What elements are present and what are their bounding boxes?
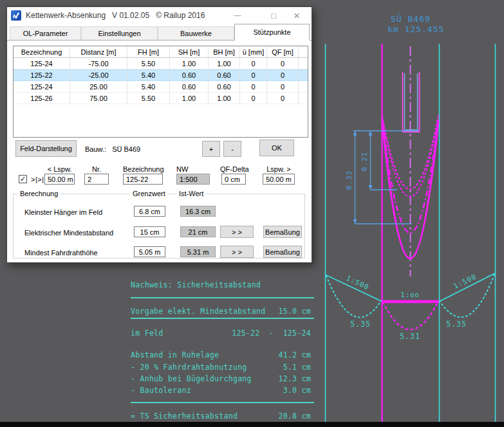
add-button[interactable]: +: [202, 141, 220, 157]
report-item-label: - Bautoleranz: [131, 386, 191, 395]
table-row[interactable]: 125-26 75.00 5.50 1.00 1.00 0 0: [14, 93, 308, 104]
app-icon: [11, 10, 21, 21]
cell: -25.00: [70, 70, 127, 80]
lspw-right-label: Lspw. >: [263, 165, 295, 173]
tab-ol-parameter[interactable]: OL-Parameter: [10, 26, 81, 40]
col-header[interactable]: SH [m]: [170, 46, 209, 57]
span-link-checkbox[interactable]: ✓: [19, 175, 27, 183]
dim-arrows-bottom: [353, 185, 373, 224]
structure-post-outer: [403, 72, 420, 132]
lspw-right-field[interactable]: 50.00 m: [263, 174, 295, 185]
cell: 0.60: [170, 81, 209, 92]
bauwerk-label: Bauw.: SÜ B469: [85, 145, 140, 153]
dim-label-021: 0.21: [360, 152, 369, 172]
slope-label-left: 1:500: [344, 274, 370, 292]
bemassung-button[interactable]: Bemaßung: [263, 226, 302, 238]
table-header-row: Bezeichnung Distanz [m] FH [m] SH [m] BH…: [14, 46, 308, 58]
grenzwert-field[interactable]: 5.05 m: [134, 246, 165, 257]
col-header[interactable]: ü [mm]: [240, 46, 267, 57]
cell: 0: [267, 70, 299, 80]
cell-filler: [299, 58, 308, 69]
cell: 0.60: [209, 70, 240, 80]
cell: 5.50: [127, 58, 170, 69]
report-item-label: - Anhub bei Bügeldurchgang: [131, 374, 252, 383]
bemassung-button[interactable]: Bemaßung: [263, 246, 302, 258]
report-rule-2: [131, 318, 314, 319]
report-title: Nachweis: Sicherheitsabstand: [131, 280, 261, 289]
col-header[interactable]: FH [m]: [127, 46, 170, 57]
qf-delta-field[interactable]: 0 cm: [221, 174, 246, 185]
desktop: 0.21 0.33 1:500 1:500 1:oo 5.35 5.35 5.3…: [0, 0, 504, 427]
bezeichnung-field[interactable]: 125-22: [123, 174, 163, 185]
grenzwert-field[interactable]: 15 cm: [134, 226, 165, 237]
report-panel: Nachweis: Sicherheitsabstand Vorgabe ele…: [131, 277, 314, 426]
report-item-value: 12.3 cm: [278, 374, 314, 383]
tab-stuetzpunkte[interactable]: Stützpunkte: [234, 24, 310, 41]
cell: 1.00: [170, 58, 209, 69]
sag-label-mid: 5.31: [400, 332, 420, 341]
cell-filler: [299, 70, 308, 80]
minimize-icon[interactable]: —: [230, 7, 245, 24]
report-item-label: - 20 % Fahrdrahtabnutzung: [131, 363, 247, 372]
check-icon: ✓: [20, 176, 26, 183]
table-row-selected[interactable]: 125-22 -25.00 5.40 0.60 0.60 0 0: [14, 69, 308, 81]
cell: 5.40: [127, 70, 170, 80]
cell: 125-24: [14, 81, 70, 92]
table-row[interactable]: 125-24 25.00 5.40 0.60 0.60 0 0: [14, 81, 308, 93]
goto-button[interactable]: > >: [220, 226, 254, 238]
title-bar: Kettenwerk-Absenkung V 01.02.05 © Railup…: [7, 7, 312, 24]
col-header[interactable]: BH [m]: [209, 46, 240, 57]
col-header[interactable]: Bezeichnung: [14, 46, 70, 57]
report-feld-value: 125-22 - 125-24: [232, 329, 314, 338]
cell: 1.00: [209, 58, 240, 69]
cell: 0: [240, 70, 267, 80]
cell: 5.50: [127, 93, 170, 104]
lspw-left-field[interactable]: 50.00 m: [44, 174, 75, 185]
nw-field: 1:500: [176, 174, 210, 185]
cell-filler: [299, 81, 308, 92]
qf-delta-label: QF-Delta: [220, 165, 248, 173]
cell: 0.60: [209, 81, 240, 92]
istwert-column-label: Ist-Wert: [176, 190, 206, 197]
cell: 0: [267, 93, 299, 104]
remove-button[interactable]: -: [223, 141, 241, 157]
tab-einstellungen[interactable]: Einstellungen: [81, 26, 158, 40]
calc-row-label: Kleinster Hänger im Feld: [24, 208, 102, 216]
goto-button[interactable]: > >: [220, 246, 254, 258]
close-icon[interactable]: ✕: [289, 7, 304, 24]
nr-field[interactable]: 2: [84, 174, 109, 185]
tab-bauwerke[interactable]: Bauwerke: [158, 26, 234, 40]
col-header[interactable]: Distanz [m]: [70, 46, 127, 57]
grenzwert-field[interactable]: 6.8 cm: [134, 206, 165, 217]
cell: 5.40: [127, 81, 170, 92]
report-feld-label: im Feld: [131, 329, 163, 338]
sag-label-right: 5.35: [446, 320, 467, 329]
span-link-checkbox-label: >|>|: [31, 176, 44, 183]
feld-darstellung-button[interactable]: Feld-Darstellung: [15, 140, 77, 157]
supports-table: Bezeichnung Distanz [m] FH [m] SH [m] BH…: [13, 46, 308, 138]
cell: 0: [267, 58, 299, 69]
nr-label: Nr.: [84, 165, 109, 173]
report-item-value: 41.2 cm: [278, 350, 314, 359]
grenzwert-column-label: Grenzwert: [130, 190, 168, 197]
istwert-field: 5.31 m: [180, 246, 216, 257]
bezeichnung-label: Bezeichnung: [123, 165, 163, 173]
istwert-field: 16.3 cm: [180, 206, 216, 217]
nw-label: NW: [176, 165, 210, 173]
table-row[interactable]: 125-24 -75.00 5.50 1.00 1.00 0 0: [14, 58, 308, 69]
structure-post-inner: [405, 73, 418, 130]
cell: 0: [240, 81, 267, 92]
cell: 125-24: [14, 58, 70, 69]
dim-arrows-top: [353, 131, 373, 136]
calc-row-label: Elektrischer Mindestabstand: [24, 229, 113, 237]
col-header[interactable]: QF [m]: [267, 46, 299, 57]
bottom-bar: [0, 422, 504, 427]
report-rule-1: [131, 297, 314, 298]
lspw-left-label: < Lspw.: [44, 165, 75, 173]
ok-button[interactable]: OK: [259, 140, 294, 156]
report-vorgabe-value: 15.0 cm: [278, 307, 314, 316]
report-item-value: 3.0 cm: [283, 386, 314, 395]
structure-name-label: SÜ B469: [391, 14, 431, 24]
istwert-field: 21 cm: [180, 226, 216, 237]
col-header-filler: [299, 46, 308, 57]
